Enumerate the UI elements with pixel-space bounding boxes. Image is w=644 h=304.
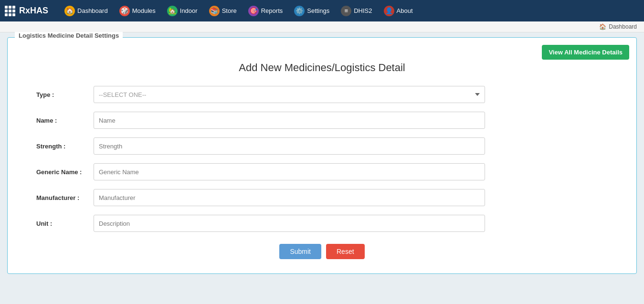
form-buttons: Submit Reset bbox=[17, 244, 627, 259]
label-unit: Unit : bbox=[17, 220, 94, 227]
nav-reports[interactable]: 🎯 Reports bbox=[243, 4, 288, 18]
submit-button[interactable]: Submit bbox=[279, 244, 321, 259]
nav-dashboard[interactable]: 🏠 Dashboard bbox=[60, 4, 113, 18]
app-brand: RxHAS bbox=[5, 6, 48, 16]
nav-indoor[interactable]: 🏡 Indoor bbox=[162, 4, 202, 18]
grid-icon bbox=[5, 6, 15, 16]
nav-settings[interactable]: ⚙️ Settings bbox=[289, 4, 334, 18]
strength-input[interactable] bbox=[94, 137, 485, 155]
breadcrumb-label: Dashboard bbox=[609, 23, 637, 30]
dhis2-icon: ≡ bbox=[341, 6, 351, 16]
form-row-manufacturer: Manufacturer : bbox=[17, 189, 627, 206]
nav-indoor-label: Indoor bbox=[180, 7, 198, 14]
modules-icon: 🎲 bbox=[119, 6, 130, 16]
nav-settings-label: Settings bbox=[307, 7, 329, 14]
about-icon: 👤 bbox=[384, 6, 394, 16]
dashboard-icon: 🏠 bbox=[64, 6, 75, 16]
view-all-button[interactable]: View All Medicine Details bbox=[542, 45, 629, 60]
reset-button[interactable]: Reset bbox=[326, 244, 365, 259]
form-title: Add New Medicines/Logistics Detail bbox=[17, 62, 627, 74]
navbar: RxHAS 🏠 Dashboard 🎲 Modules 🏡 Indoor 📚 S… bbox=[0, 0, 644, 21]
label-manufacturer: Manufacturer : bbox=[17, 194, 94, 201]
label-strength: Strength : bbox=[17, 143, 94, 150]
nav-dhis2-label: DHIS2 bbox=[354, 7, 372, 14]
settings-icon: ⚙️ bbox=[294, 6, 305, 16]
form-row-type: Type : --SELECT ONE-- bbox=[17, 86, 627, 103]
nav-dhis2[interactable]: ≡ DHIS2 bbox=[336, 4, 377, 18]
card: Logistics Medicine Detail Settings View … bbox=[7, 37, 637, 274]
breadcrumb: 🏠 Dashboard bbox=[0, 21, 644, 32]
breadcrumb-home-icon: 🏠 bbox=[599, 23, 606, 30]
indoor-icon: 🏡 bbox=[167, 6, 178, 16]
form-row-strength: Strength : bbox=[17, 137, 627, 155]
label-name: Name : bbox=[17, 117, 94, 124]
brand-name: RxHAS bbox=[19, 6, 48, 16]
type-select[interactable]: --SELECT ONE-- bbox=[94, 86, 485, 103]
store-icon: 📚 bbox=[209, 6, 220, 16]
generic-name-input[interactable] bbox=[94, 163, 485, 180]
card-header-label: Logistics Medicine Detail Settings bbox=[15, 32, 123, 39]
nav-store[interactable]: 📚 Store bbox=[204, 4, 242, 18]
form-row-generic-name: Generic Name : bbox=[17, 163, 627, 180]
nav-dashboard-label: Dashboard bbox=[77, 7, 108, 14]
form-row-unit: Unit : bbox=[17, 215, 627, 232]
nav-modules[interactable]: 🎲 Modules bbox=[115, 4, 160, 18]
nav-about-label: About bbox=[397, 7, 413, 14]
name-input[interactable] bbox=[94, 112, 485, 129]
reports-icon: 🎯 bbox=[248, 6, 259, 16]
label-type: Type : bbox=[17, 91, 94, 98]
form-row-name: Name : bbox=[17, 112, 627, 129]
main-content: Logistics Medicine Detail Settings View … bbox=[0, 32, 644, 279]
nav-reports-label: Reports bbox=[261, 7, 283, 14]
unit-input[interactable] bbox=[94, 215, 485, 232]
label-generic-name: Generic Name : bbox=[17, 168, 94, 176]
nav-modules-label: Modules bbox=[132, 7, 156, 14]
manufacturer-input[interactable] bbox=[94, 189, 485, 206]
nav-about[interactable]: 👤 About bbox=[379, 4, 418, 18]
nav-store-label: Store bbox=[222, 7, 237, 14]
